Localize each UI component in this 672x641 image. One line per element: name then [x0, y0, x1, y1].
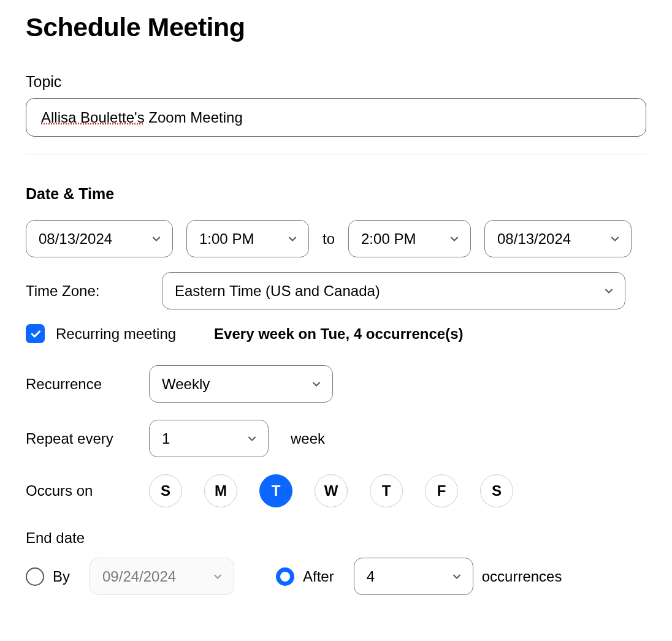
topic-value-spellerr: Allisa Boulette's	[41, 109, 145, 126]
recurring-summary: Every week on Tue, 4 occurrence(s)	[214, 325, 463, 343]
end-after-radio[interactable]	[276, 567, 294, 586]
day-toggle-2[interactable]: T	[259, 474, 292, 507]
chevron-down-icon	[603, 285, 615, 297]
recurring-checkbox-label: Recurring meeting	[56, 325, 176, 343]
end-after-value: 4	[367, 568, 375, 585]
end-after-value-dropdown[interactable]: 4	[354, 558, 473, 595]
chevron-down-icon	[310, 378, 323, 390]
recurrence-label: Recurrence	[26, 376, 133, 393]
occurs-label: Occurs on	[26, 482, 133, 499]
date-time-heading: Date & Time	[26, 185, 646, 203]
end-date-value: 08/13/2024	[497, 230, 571, 248]
chevron-down-icon	[448, 233, 460, 245]
topic-value-rest: Zoom Meeting	[145, 109, 243, 126]
day-toggle-5[interactable]: F	[425, 474, 458, 507]
chevron-down-icon	[246, 433, 258, 445]
repeat-label: Repeat every	[26, 430, 133, 447]
start-date-value: 08/13/2024	[39, 230, 112, 248]
recurring-checkbox[interactable]	[26, 324, 45, 343]
end-after-label: After	[303, 568, 334, 585]
day-toggle-3[interactable]: W	[315, 474, 348, 507]
timezone-dropdown[interactable]: Eastern Time (US and Canada)	[162, 272, 625, 309]
topic-label: Topic	[26, 73, 646, 91]
to-label: to	[323, 230, 335, 248]
end-by-radio[interactable]	[26, 567, 44, 586]
topic-input[interactable]: Allisa Boulette's Zoom Meeting	[26, 98, 646, 137]
start-time-value: 1:00 PM	[199, 230, 254, 248]
end-after-unit: occurrences	[482, 568, 562, 585]
chevron-down-icon	[150, 233, 162, 245]
end-by-label: By	[53, 568, 70, 585]
end-date-label: End date	[26, 529, 133, 547]
day-toggle-1[interactable]: M	[204, 474, 237, 507]
repeat-value-dropdown[interactable]: 1	[149, 420, 269, 457]
divider	[26, 154, 646, 154]
start-time-dropdown[interactable]: 1:00 PM	[186, 220, 309, 257]
end-date-dropdown[interactable]: 08/13/2024	[484, 220, 632, 257]
end-by-date-value: 09/24/2024	[102, 568, 176, 585]
chevron-down-icon	[286, 233, 299, 245]
repeat-value: 1	[162, 430, 170, 447]
day-toggle-4[interactable]: T	[370, 474, 403, 507]
days-of-week: SMTWTFS	[149, 474, 513, 507]
day-toggle-0[interactable]: S	[149, 474, 182, 507]
timezone-value: Eastern Time (US and Canada)	[175, 283, 380, 300]
end-time-dropdown[interactable]: 2:00 PM	[348, 220, 471, 257]
chevron-down-icon	[609, 233, 621, 245]
chevron-down-icon	[212, 571, 224, 583]
chevron-down-icon	[451, 571, 463, 583]
page-title: Schedule Meeting	[26, 12, 646, 42]
recurrence-dropdown[interactable]: Weekly	[149, 365, 333, 403]
end-time-value: 2:00 PM	[361, 230, 416, 248]
timezone-label: Time Zone:	[26, 283, 148, 300]
start-date-dropdown[interactable]: 08/13/2024	[26, 220, 173, 257]
end-by-date-dropdown[interactable]: 09/24/2024	[90, 558, 234, 595]
day-toggle-6[interactable]: S	[480, 474, 513, 507]
recurrence-value: Weekly	[162, 376, 210, 393]
repeat-unit: week	[291, 430, 325, 447]
